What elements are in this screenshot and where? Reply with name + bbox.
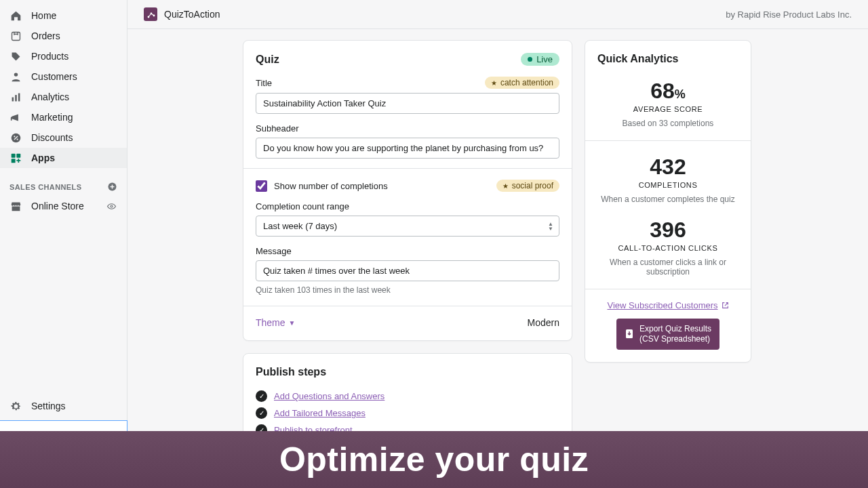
sidebar-item-orders[interactable]: Orders — [0, 26, 127, 46]
svg-rect-8 — [11, 153, 15, 157]
sidebar-item-analytics[interactable]: Analytics — [0, 87, 127, 107]
sidebar-item-products[interactable]: Products — [0, 46, 127, 66]
star-icon: ★ — [491, 79, 497, 87]
sidebar-item-label: Analytics — [31, 92, 69, 102]
avg-score-label: AVERAGE SCORE — [597, 105, 738, 113]
live-dot-icon — [528, 57, 532, 62]
home-icon — [9, 9, 22, 22]
svg-rect-4 — [18, 93, 20, 101]
check-circle-icon: ✓ — [256, 407, 267, 419]
title-label: Title — [256, 78, 272, 88]
theme-dropdown[interactable]: Theme ▼ — [256, 317, 295, 328]
eye-icon[interactable] — [105, 200, 117, 212]
publish-card: Publish steps ✓ Add Questions and Answer… — [243, 353, 572, 431]
svg-point-7 — [16, 138, 18, 140]
cta-value: 396 — [597, 218, 738, 243]
banner-text: Optimize your quiz — [279, 440, 589, 479]
sidebar-item-label: Apps — [31, 152, 55, 163]
message-input[interactable] — [256, 260, 559, 281]
svg-rect-2 — [12, 97, 14, 101]
completions-value: 432 — [597, 155, 738, 180]
view-customers-link[interactable]: View Subscribed Customers — [607, 300, 728, 310]
svg-rect-0 — [12, 32, 20, 40]
title-input[interactable] — [256, 93, 559, 114]
svg-rect-3 — [15, 95, 17, 101]
publish-step-3: ✓ Publish to storefront — [256, 424, 559, 431]
sidebar-item-label: Discounts — [31, 132, 73, 143]
svg-point-1 — [14, 73, 17, 76]
publish-step-link[interactable]: Add Tailored Messages — [274, 408, 366, 418]
tag-icon — [9, 50, 22, 62]
app-name: QuizToAction — [164, 9, 220, 20]
download-icon — [625, 329, 634, 340]
store-icon — [9, 200, 22, 212]
svg-point-12 — [111, 205, 113, 207]
publish-title: Publish steps — [256, 366, 559, 378]
catch-attention-tag: ★catch attention — [485, 77, 559, 89]
publish-step-link[interactable]: Publish to storefront — [274, 425, 353, 431]
sidebar-item-label: Marketing — [31, 112, 73, 123]
sidebar-item-label: Products — [31, 51, 68, 62]
sidebar-item-home[interactable]: Home — [0, 5, 127, 26]
svg-point-6 — [14, 136, 15, 137]
completions-label: COMPLETIONS — [597, 181, 738, 189]
quiz-card-title: Quiz — [256, 54, 279, 66]
sidebar-heading-channels: SALES CHANNELS — [0, 178, 127, 196]
sidebar-item-settings[interactable]: Settings — [0, 396, 127, 416]
sidebar: Home Orders Products Customers Analytics… — [0, 0, 127, 488]
message-label: Message — [256, 246, 292, 256]
apps-icon — [9, 152, 22, 164]
caret-down-icon: ▼ — [289, 319, 296, 327]
range-label: Completion count range — [256, 201, 349, 211]
completions-sub: When a customer completes the quiz — [597, 195, 738, 204]
sidebar-item-label: Orders — [31, 30, 60, 41]
sidebar-item-online-store[interactable]: Online Store — [0, 196, 127, 216]
range-select[interactable]: ▲▼ — [256, 216, 559, 237]
chart-icon — [9, 91, 22, 103]
topbar: QuizToAction by Rapid Rise Product Labs … — [127, 0, 868, 29]
sidebar-item-apps[interactable]: Apps — [0, 148, 127, 168]
live-badge: Live — [521, 53, 559, 66]
by-line: by Rapid Rise Product Labs Inc. — [726, 9, 852, 20]
show-completions-row[interactable]: Show number of completions — [256, 180, 388, 192]
cta-sub: When a customer clicks a link or subscri… — [597, 258, 738, 277]
social-proof-tag: ★social proof — [496, 180, 559, 192]
gear-icon — [9, 400, 22, 412]
main-content: Quiz Live Title ★catch attention Subhead… — [127, 29, 868, 431]
sidebar-item-discounts[interactable]: Discounts — [0, 127, 127, 148]
person-icon — [9, 70, 22, 83]
promo-banner: Optimize your quiz — [0, 431, 868, 488]
sidebar-item-label: Online Store — [31, 201, 84, 211]
external-icon — [722, 302, 729, 309]
add-channel-icon[interactable] — [107, 182, 117, 192]
analytics-card: Quick Analytics 68% AVERAGE SCORE Based … — [585, 40, 751, 363]
star-icon: ★ — [502, 182, 509, 190]
analytics-title: Quick Analytics — [597, 53, 738, 65]
sidebar-item-marketing[interactable]: Marketing — [0, 107, 127, 127]
publish-step-link[interactable]: Add Questions and Answers — [274, 391, 384, 401]
subheader-label: Subheader — [256, 123, 299, 134]
svg-rect-9 — [16, 153, 20, 157]
sidebar-item-customers[interactable]: Customers — [0, 66, 127, 87]
theme-value: Modern — [528, 317, 559, 328]
svg-rect-10 — [11, 159, 15, 163]
orders-icon — [9, 30, 22, 42]
megaphone-icon — [9, 111, 22, 123]
quiz-card: Quiz Live Title ★catch attention Subhead… — [243, 40, 572, 341]
avg-score-sub: Based on 33 completions — [597, 119, 738, 128]
avg-score-value: 68% — [597, 79, 738, 104]
publish-step-1: ✓ Add Questions and Answers — [256, 390, 559, 402]
app-logo-icon — [144, 7, 157, 21]
check-circle-icon: ✓ — [256, 424, 267, 431]
sidebar-item-label: Home — [31, 10, 56, 21]
export-button[interactable]: Export Quiz Results(CSV Spreadsheet) — [616, 319, 719, 350]
check-circle-icon: ✓ — [256, 390, 267, 402]
discount-icon — [9, 131, 22, 144]
sidebar-item-label: Settings — [31, 401, 66, 411]
sidebar-item-label: Customers — [31, 71, 77, 82]
publish-step-2: ✓ Add Tailored Messages — [256, 407, 559, 419]
cta-label: CALL-TO-ACTION CLICKS — [597, 244, 738, 252]
message-helper: Quiz taken 103 times in the last week — [256, 285, 559, 295]
show-completions-checkbox[interactable] — [256, 180, 267, 192]
subheader-input[interactable] — [256, 138, 559, 159]
